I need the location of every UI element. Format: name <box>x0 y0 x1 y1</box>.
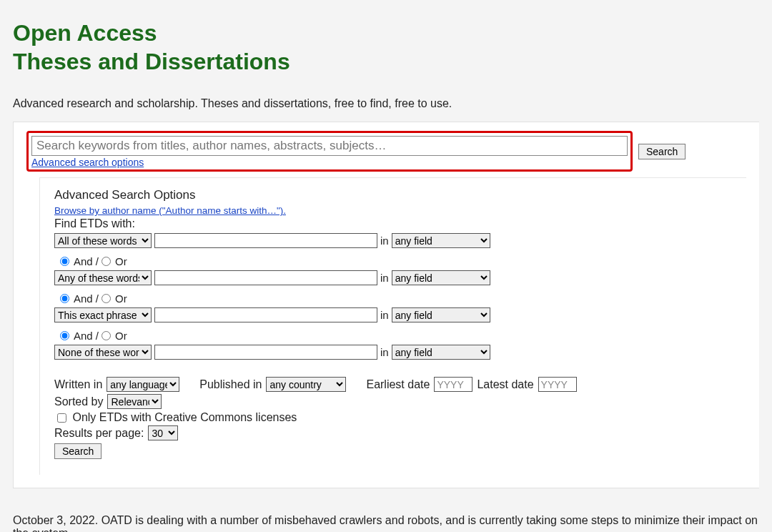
sorted-by-label: Sorted by <box>54 395 103 408</box>
earliest-date-input[interactable] <box>434 377 472 392</box>
criteria-row-1: All of these words in any field <box>54 233 732 248</box>
in-label: in <box>380 309 389 321</box>
in-label: in <box>380 235 389 247</box>
bool-row-1: And / Or <box>60 255 732 267</box>
and-label: And / <box>74 255 99 267</box>
or-label: Or <box>115 330 127 342</box>
bool-row-2: And / Or <box>60 292 732 305</box>
term-input-4[interactable] <box>154 345 377 360</box>
and-radio-1[interactable] <box>60 257 69 266</box>
mode-select-1[interactable]: All of these words <box>54 233 152 248</box>
advanced-heading: Advanced Search Options <box>54 188 732 202</box>
or-radio-3[interactable] <box>102 331 111 340</box>
mode-select-2[interactable]: Any of these words <box>54 270 152 285</box>
published-in-label: Published in <box>199 378 262 391</box>
or-label: Or <box>115 292 127 305</box>
country-select[interactable]: any country <box>266 377 346 392</box>
cc-only-checkbox[interactable] <box>57 413 66 423</box>
field-select-1[interactable]: any field <box>392 233 490 248</box>
search-panel: Advanced search options Search Advanced … <box>13 122 759 488</box>
mode-select-3[interactable]: This exact phrase <box>54 307 152 322</box>
advanced-search-link[interactable]: Advanced search options <box>31 157 144 168</box>
term-input-1[interactable] <box>154 233 377 248</box>
or-label: Or <box>115 255 127 267</box>
bool-row-3: And / Or <box>60 330 732 342</box>
footer-notice: October 3, 2022. OATD is dealing with a … <box>13 514 759 532</box>
criteria-row-2: Any of these words in any field <box>54 270 732 285</box>
search-highlight-box: Advanced search options <box>26 131 633 172</box>
title-line-2: Theses and Dissertations <box>13 49 290 74</box>
mode-select-4[interactable]: None of these words <box>54 345 152 360</box>
and-label: And / <box>74 292 99 305</box>
in-label: in <box>380 346 389 358</box>
advanced-search-panel: Advanced Search Options Browse by author… <box>39 177 746 475</box>
latest-date-input[interactable] <box>538 377 577 392</box>
earliest-date-label: Earliest date <box>366 378 430 391</box>
and-radio-2[interactable] <box>60 294 69 303</box>
results-per-page-label: Results per page: <box>54 427 144 440</box>
criteria-row-3: This exact phrase in any field <box>54 307 732 322</box>
sort-select[interactable]: Relevance <box>107 394 162 409</box>
field-select-4[interactable]: any field <box>392 345 490 360</box>
tagline: Advanced research and scholarship. These… <box>13 97 759 110</box>
browse-author-link[interactable]: Browse by author name ("Author name star… <box>54 205 286 216</box>
in-label: in <box>380 272 389 284</box>
term-input-3[interactable] <box>154 307 377 322</box>
term-input-2[interactable] <box>154 270 377 285</box>
or-radio-2[interactable] <box>102 294 111 303</box>
results-per-page-select[interactable]: 30 <box>148 425 178 440</box>
and-label: And / <box>74 330 99 342</box>
title-line-1: Open Access <box>13 20 157 46</box>
and-radio-3[interactable] <box>60 331 69 340</box>
language-select[interactable]: any language <box>107 377 179 392</box>
field-select-2[interactable]: any field <box>392 270 490 285</box>
criteria-row-4: None of these words in any field <box>54 345 732 360</box>
or-radio-1[interactable] <box>102 257 111 266</box>
latest-date-label: Latest date <box>477 378 533 391</box>
site-title: Open Access Theses and Dissertations <box>13 19 759 76</box>
written-in-label: Written in <box>54 378 102 391</box>
cc-only-label: Only ETDs with Creative Commons licenses <box>72 411 297 423</box>
main-search-input[interactable] <box>31 136 628 156</box>
find-etds-label: Find ETDs with: <box>54 217 732 230</box>
advanced-search-submit[interactable]: Search <box>54 443 102 459</box>
search-button[interactable]: Search <box>638 144 686 159</box>
field-select-3[interactable]: any field <box>392 307 490 322</box>
